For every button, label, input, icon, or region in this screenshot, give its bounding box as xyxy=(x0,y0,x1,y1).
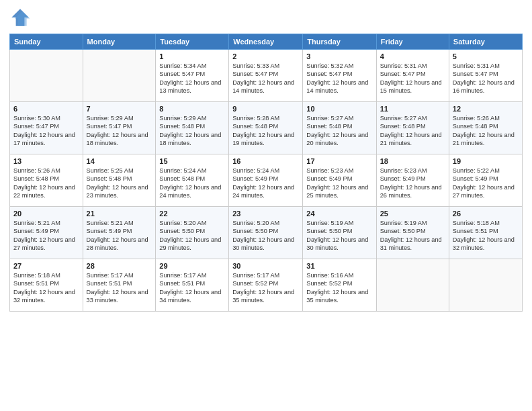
calendar-day-header: Thursday xyxy=(303,34,376,50)
calendar-week-row: 1Sunrise: 5:34 AM Sunset: 5:47 PM Daylig… xyxy=(10,50,523,102)
day-number: 11 xyxy=(380,105,445,113)
day-number: 18 xyxy=(380,157,445,165)
day-info: Sunrise: 5:23 AM Sunset: 5:49 PM Dayligh… xyxy=(306,167,372,200)
calendar-day-cell: 1Sunrise: 5:34 AM Sunset: 5:47 PM Daylig… xyxy=(156,50,229,102)
calendar-day-header: Saturday xyxy=(449,34,522,50)
calendar-day-cell xyxy=(83,50,156,102)
calendar-day-cell: 29Sunrise: 5:17 AM Sunset: 5:51 PM Dayli… xyxy=(156,259,229,312)
calendar-day-cell: 3Sunrise: 5:32 AM Sunset: 5:47 PM Daylig… xyxy=(303,50,376,102)
calendar-day-cell: 22Sunrise: 5:20 AM Sunset: 5:50 PM Dayli… xyxy=(156,207,229,259)
day-info: Sunrise: 5:25 AM Sunset: 5:48 PM Dayligh… xyxy=(87,167,152,200)
day-number: 28 xyxy=(87,262,152,270)
day-info: Sunrise: 5:27 AM Sunset: 5:48 PM Dayligh… xyxy=(306,114,372,148)
day-info: Sunrise: 5:24 AM Sunset: 5:48 PM Dayligh… xyxy=(159,167,225,200)
calendar-week-row: 27Sunrise: 5:18 AM Sunset: 5:51 PM Dayli… xyxy=(10,259,523,312)
logo-icon xyxy=(9,7,31,28)
day-number: 25 xyxy=(380,210,445,218)
day-info: Sunrise: 5:32 AM Sunset: 5:47 PM Dayligh… xyxy=(306,62,372,95)
day-number: 17 xyxy=(306,157,372,165)
day-info: Sunrise: 5:22 AM Sunset: 5:49 PM Dayligh… xyxy=(453,167,519,200)
calendar-day-header: Friday xyxy=(376,34,449,50)
day-number: 16 xyxy=(232,157,299,165)
calendar-day-cell: 16Sunrise: 5:24 AM Sunset: 5:49 PM Dayli… xyxy=(229,154,303,207)
day-info: Sunrise: 5:34 AM Sunset: 5:47 PM Dayligh… xyxy=(159,62,225,95)
day-info: Sunrise: 5:31 AM Sunset: 5:47 PM Dayligh… xyxy=(453,62,519,95)
calendar-week-row: 13Sunrise: 5:26 AM Sunset: 5:48 PM Dayli… xyxy=(10,154,523,207)
day-info: Sunrise: 5:18 AM Sunset: 5:51 PM Dayligh… xyxy=(13,271,79,305)
day-number: 31 xyxy=(306,262,372,270)
day-info: Sunrise: 5:26 AM Sunset: 5:48 PM Dayligh… xyxy=(13,167,79,200)
calendar-day-cell: 5Sunrise: 5:31 AM Sunset: 5:47 PM Daylig… xyxy=(449,50,522,102)
day-number: 2 xyxy=(232,52,299,60)
calendar-week-row: 6Sunrise: 5:30 AM Sunset: 5:47 PM Daylig… xyxy=(10,102,523,154)
day-info: Sunrise: 5:23 AM Sunset: 5:49 PM Dayligh… xyxy=(380,167,445,200)
day-number: 29 xyxy=(159,262,225,270)
calendar-day-cell: 24Sunrise: 5:19 AM Sunset: 5:50 PM Dayli… xyxy=(303,207,376,259)
day-info: Sunrise: 5:26 AM Sunset: 5:48 PM Dayligh… xyxy=(453,114,519,148)
calendar-day-cell: 6Sunrise: 5:30 AM Sunset: 5:47 PM Daylig… xyxy=(10,102,83,154)
calendar-day-cell: 12Sunrise: 5:26 AM Sunset: 5:48 PM Dayli… xyxy=(449,102,522,154)
day-info: Sunrise: 5:33 AM Sunset: 5:47 PM Dayligh… xyxy=(232,62,299,95)
day-info: Sunrise: 5:19 AM Sunset: 5:50 PM Dayligh… xyxy=(306,219,372,253)
calendar-day-cell: 31Sunrise: 5:16 AM Sunset: 5:52 PM Dayli… xyxy=(303,259,376,312)
day-number: 1 xyxy=(159,52,225,60)
day-info: Sunrise: 5:21 AM Sunset: 5:49 PM Dayligh… xyxy=(87,219,152,253)
day-number: 5 xyxy=(453,52,519,60)
day-info: Sunrise: 5:20 AM Sunset: 5:50 PM Dayligh… xyxy=(159,219,225,253)
day-number: 21 xyxy=(87,210,152,218)
day-number: 8 xyxy=(159,105,225,113)
day-info: Sunrise: 5:20 AM Sunset: 5:50 PM Dayligh… xyxy=(232,219,299,253)
logo xyxy=(9,7,34,28)
calendar-day-cell: 13Sunrise: 5:26 AM Sunset: 5:48 PM Dayli… xyxy=(10,154,83,207)
day-info: Sunrise: 5:28 AM Sunset: 5:48 PM Dayligh… xyxy=(232,114,299,148)
calendar-day-cell: 2Sunrise: 5:33 AM Sunset: 5:47 PM Daylig… xyxy=(229,50,303,102)
calendar-day-cell: 9Sunrise: 5:28 AM Sunset: 5:48 PM Daylig… xyxy=(229,102,303,154)
day-info: Sunrise: 5:17 AM Sunset: 5:52 PM Dayligh… xyxy=(232,271,299,305)
day-number: 12 xyxy=(453,105,519,113)
day-number: 6 xyxy=(13,105,79,113)
day-number: 3 xyxy=(306,52,372,60)
calendar-day-cell: 23Sunrise: 5:20 AM Sunset: 5:50 PM Dayli… xyxy=(229,207,303,259)
calendar-day-cell xyxy=(449,259,522,312)
day-number: 14 xyxy=(87,157,152,165)
calendar-day-header: Wednesday xyxy=(229,34,303,50)
calendar-day-cell: 8Sunrise: 5:29 AM Sunset: 5:48 PM Daylig… xyxy=(156,102,229,154)
day-info: Sunrise: 5:29 AM Sunset: 5:48 PM Dayligh… xyxy=(159,114,225,148)
day-info: Sunrise: 5:30 AM Sunset: 5:47 PM Dayligh… xyxy=(13,114,79,148)
day-number: 22 xyxy=(159,210,225,218)
day-number: 7 xyxy=(87,105,152,113)
calendar-header-row: SundayMondayTuesdayWednesdayThursdayFrid… xyxy=(10,34,523,50)
calendar-day-header: Sunday xyxy=(10,34,83,50)
calendar-day-cell xyxy=(376,259,449,312)
calendar-day-cell: 19Sunrise: 5:22 AM Sunset: 5:49 PM Dayli… xyxy=(449,154,522,207)
day-number: 30 xyxy=(232,262,299,270)
day-number: 9 xyxy=(232,105,299,113)
day-info: Sunrise: 5:19 AM Sunset: 5:50 PM Dayligh… xyxy=(380,219,445,253)
calendar-day-cell: 15Sunrise: 5:24 AM Sunset: 5:48 PM Dayli… xyxy=(156,154,229,207)
page: SundayMondayTuesdayWednesdayThursdayFrid… xyxy=(0,0,532,411)
calendar-day-cell: 4Sunrise: 5:31 AM Sunset: 5:47 PM Daylig… xyxy=(376,50,449,102)
day-info: Sunrise: 5:29 AM Sunset: 5:47 PM Dayligh… xyxy=(87,114,152,148)
day-number: 4 xyxy=(380,52,445,60)
calendar-day-header: Monday xyxy=(83,34,156,50)
day-number: 23 xyxy=(232,210,299,218)
calendar-week-row: 20Sunrise: 5:21 AM Sunset: 5:49 PM Dayli… xyxy=(10,207,523,259)
calendar-day-cell: 20Sunrise: 5:21 AM Sunset: 5:49 PM Dayli… xyxy=(10,207,83,259)
calendar-day-header: Tuesday xyxy=(156,34,229,50)
header xyxy=(9,7,523,28)
calendar-day-cell: 17Sunrise: 5:23 AM Sunset: 5:49 PM Dayli… xyxy=(303,154,376,207)
calendar-day-cell: 21Sunrise: 5:21 AM Sunset: 5:49 PM Dayli… xyxy=(83,207,156,259)
calendar-day-cell: 11Sunrise: 5:27 AM Sunset: 5:48 PM Dayli… xyxy=(376,102,449,154)
day-info: Sunrise: 5:21 AM Sunset: 5:49 PM Dayligh… xyxy=(13,219,79,253)
calendar-day-cell: 18Sunrise: 5:23 AM Sunset: 5:49 PM Dayli… xyxy=(376,154,449,207)
day-info: Sunrise: 5:31 AM Sunset: 5:47 PM Dayligh… xyxy=(380,62,445,95)
calendar-day-cell: 10Sunrise: 5:27 AM Sunset: 5:48 PM Dayli… xyxy=(303,102,376,154)
calendar-day-cell: 30Sunrise: 5:17 AM Sunset: 5:52 PM Dayli… xyxy=(229,259,303,312)
day-info: Sunrise: 5:27 AM Sunset: 5:48 PM Dayligh… xyxy=(380,114,445,148)
calendar-day-cell: 28Sunrise: 5:17 AM Sunset: 5:51 PM Dayli… xyxy=(83,259,156,312)
day-number: 26 xyxy=(453,210,519,218)
day-number: 27 xyxy=(13,262,79,270)
day-number: 15 xyxy=(159,157,225,165)
calendar-day-cell: 25Sunrise: 5:19 AM Sunset: 5:50 PM Dayli… xyxy=(376,207,449,259)
calendar-day-cell: 27Sunrise: 5:18 AM Sunset: 5:51 PM Dayli… xyxy=(10,259,83,312)
